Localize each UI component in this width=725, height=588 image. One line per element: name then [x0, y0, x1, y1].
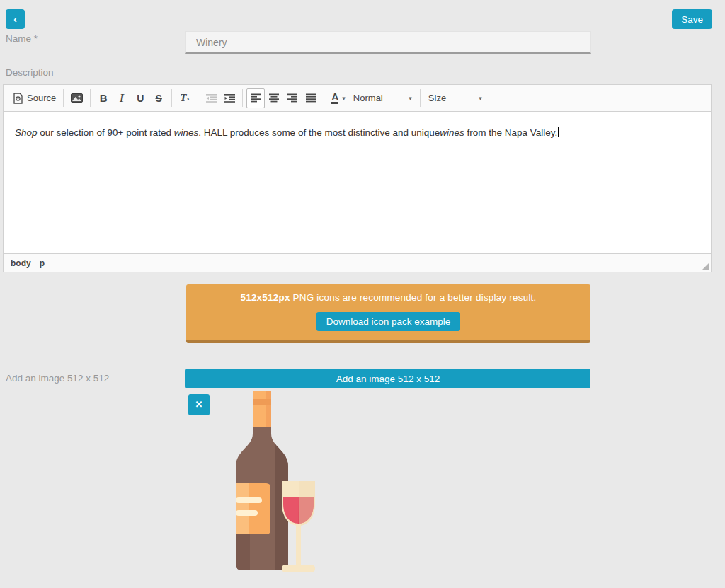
font-size-value: Size	[428, 93, 446, 103]
bold-button[interactable]: B	[94, 88, 113, 108]
banner-regular-text: PNG icons are recommended for a better d…	[290, 292, 537, 303]
align-right-button[interactable]	[283, 88, 302, 108]
element-path-p[interactable]: p	[40, 258, 45, 268]
chevron-down-icon: ▾	[479, 95, 482, 102]
chevron-down-icon: ▾	[409, 95, 412, 102]
align-center-button[interactable]	[265, 88, 283, 108]
align-right-icon	[287, 93, 297, 103]
text-color-button[interactable]: A ▾	[328, 88, 349, 108]
source-icon	[13, 93, 23, 104]
remove-format-sub: x	[187, 95, 190, 102]
toolbar-separator	[242, 89, 243, 107]
image-icon	[71, 93, 83, 103]
banner-text: 512x512px PNG icons are recommended for …	[186, 292, 590, 303]
save-button[interactable]: Save	[672, 9, 712, 29]
text-cursor	[558, 127, 559, 137]
insert-image-button[interactable]	[67, 88, 86, 108]
chevron-down-icon: ▾	[342, 95, 346, 102]
source-button-label: Source	[27, 93, 56, 103]
editor-toolbar: Source B I U S Tx	[4, 85, 711, 112]
editor-paragraph: Shop our selection of 90+ point rated wi…	[15, 126, 700, 140]
align-left-icon	[251, 93, 261, 103]
toolbar-separator	[420, 89, 421, 107]
remove-format-button[interactable]: Tx	[176, 88, 194, 108]
paragraph-format-value: Normal	[353, 93, 383, 103]
download-icon-pack-button[interactable]: Download icon pack example	[316, 312, 461, 331]
toolbar-separator	[324, 89, 324, 107]
outdent-icon	[206, 93, 217, 103]
editor-resize-handle[interactable]	[702, 263, 709, 270]
toolbar-separator	[198, 89, 198, 107]
source-button[interactable]: Source	[9, 88, 59, 108]
remove-image-button[interactable]: ✕	[188, 394, 210, 415]
text-color-icon: A	[331, 92, 338, 104]
justify-button[interactable]	[302, 88, 320, 108]
description-label: Description	[6, 67, 54, 78]
wine-bottle-illustration	[234, 391, 317, 572]
toolbar-separator	[63, 89, 64, 107]
name-input[interactable]	[185, 31, 591, 54]
toolbar-separator	[171, 89, 172, 107]
element-path-body[interactable]: body	[11, 258, 31, 268]
remove-format-label: T	[180, 92, 186, 104]
icon-recommendation-banner: 512x512px PNG icons are recommended for …	[186, 284, 590, 343]
strikethrough-button[interactable]: S	[149, 88, 168, 108]
editor-status-bar: body p	[4, 253, 711, 272]
font-size-dropdown[interactable]: Size ▾	[424, 88, 486, 108]
rich-text-editor: Source B I U S Tx	[3, 84, 712, 272]
italic-button[interactable]: I	[113, 88, 131, 108]
indent-button[interactable]	[220, 88, 239, 108]
outdent-button	[202, 88, 220, 108]
add-image-label: Add an image 512 x 512	[6, 373, 109, 384]
editor-content-area[interactable]: Shop our selection of 90+ point rated wi…	[4, 112, 711, 253]
indent-icon	[224, 93, 235, 103]
underline-button[interactable]: U	[131, 88, 149, 108]
back-button[interactable]: ‹	[6, 9, 25, 29]
toolbar-separator	[90, 89, 91, 107]
justify-icon	[306, 93, 316, 103]
banner-bold-text: 512x512px	[240, 292, 290, 303]
add-image-button[interactable]: Add an image 512 x 512	[185, 369, 590, 388]
name-label: Name *	[6, 33, 38, 44]
paragraph-format-dropdown[interactable]: Normal ▾	[349, 88, 416, 108]
align-center-icon	[269, 93, 279, 103]
align-left-button[interactable]	[246, 88, 265, 108]
